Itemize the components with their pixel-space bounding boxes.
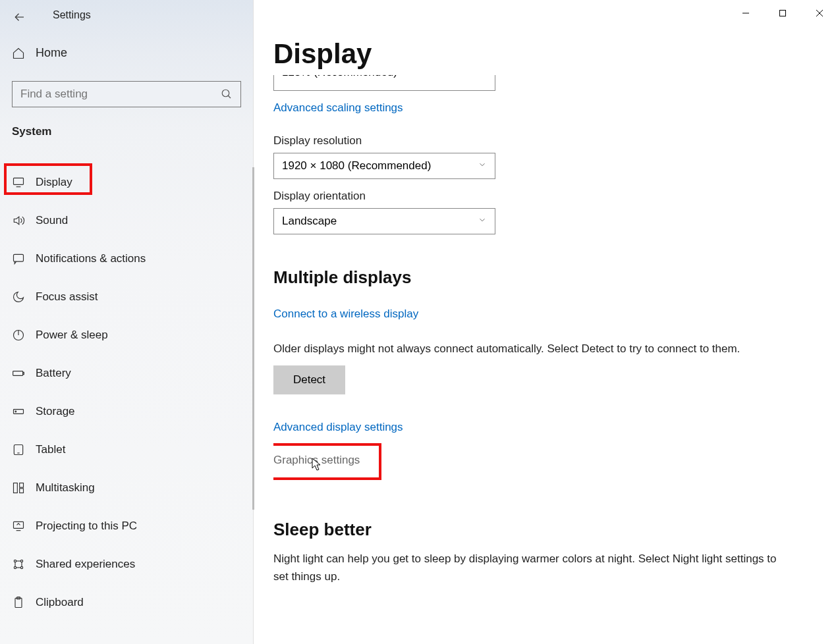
advanced-display-link[interactable]: Advanced display settings (273, 421, 403, 434)
svg-point-22 (14, 560, 16, 562)
sidebar-item-label: Notifications & actions (36, 252, 146, 265)
sidebar-item-projecting-to-this-pc[interactable]: Projecting to this PC (0, 507, 253, 545)
scroll-indicator[interactable] (252, 167, 254, 510)
detect-button[interactable]: Detect (273, 365, 345, 394)
sidebar-item-multitasking[interactable]: Multitasking (0, 469, 253, 507)
advanced-scaling-link[interactable]: Advanced scaling settings (273, 101, 403, 115)
svg-point-23 (20, 560, 22, 562)
svg-rect-7 (14, 178, 24, 184)
category-label: System (12, 125, 51, 138)
sleep-better-heading: Sleep better (273, 520, 814, 540)
sidebar-item-label: Power & sleep (36, 329, 108, 342)
sidebar-item-label: Projecting to this PC (36, 520, 137, 533)
sidebar-item-label: Shared experiences (36, 558, 135, 571)
search-icon (221, 88, 233, 100)
project-icon (12, 520, 25, 533)
chevron-down-icon (478, 159, 487, 173)
sidebar-item-tablet[interactable]: Tablet (0, 431, 253, 469)
clipboard-icon (12, 596, 25, 609)
power-icon (12, 329, 25, 342)
home-icon (12, 47, 25, 60)
sidebar-item-power-sleep[interactable]: Power & sleep (0, 316, 253, 354)
detect-help-text: Older displays might not always connect … (273, 340, 787, 358)
multitask-icon (12, 481, 25, 495)
svg-rect-21 (14, 522, 24, 528)
svg-rect-19 (20, 483, 24, 488)
orientation-dropdown[interactable]: Landscape (273, 208, 495, 234)
svg-point-5 (222, 90, 229, 97)
share-icon (12, 558, 25, 571)
home-nav[interactable]: Home (12, 46, 67, 60)
sidebar-item-focus-assist[interactable]: Focus assist (0, 278, 253, 316)
battery-icon (12, 367, 25, 380)
sidebar-item-label: Clipboard (36, 596, 84, 609)
sidebar-item-clipboard[interactable]: Clipboard (0, 583, 253, 622)
sidebar-item-label: Tablet (36, 443, 65, 456)
speaker-icon (12, 214, 25, 227)
sleep-better-body: Night light can help you get to sleep by… (273, 550, 787, 585)
orientation-value: Landscape (282, 215, 337, 228)
svg-rect-20 (20, 489, 24, 493)
sidebar-item-label: Battery (36, 367, 71, 380)
sidebar-item-display[interactable]: Display (0, 163, 253, 201)
search-input[interactable] (20, 88, 221, 101)
page-title: Display (273, 38, 814, 70)
content-area: Display 125% (Recommended) Advanced scal… (273, 0, 814, 644)
svg-rect-9 (14, 254, 24, 261)
sidebar: Settings Home System DisplaySoundNotific… (0, 0, 254, 644)
svg-point-15 (15, 411, 16, 412)
resolution-dropdown[interactable]: 1920 × 1080 (Recommended) (273, 153, 495, 179)
home-label: Home (36, 46, 67, 60)
sidebar-item-shared-experiences[interactable]: Shared experiences (0, 545, 253, 583)
svg-rect-12 (13, 371, 23, 376)
svg-line-6 (228, 95, 231, 98)
svg-rect-13 (23, 372, 24, 374)
chevron-down-icon (478, 215, 487, 228)
svg-rect-18 (14, 483, 18, 493)
sidebar-item-label: Multitasking (36, 481, 95, 495)
sidebar-item-notifications-actions[interactable]: Notifications & actions (0, 240, 253, 278)
svg-point-24 (14, 566, 16, 568)
chevron-down-icon (478, 75, 487, 79)
connect-wireless-link[interactable]: Connect to a wireless display (273, 308, 418, 321)
svg-point-25 (20, 566, 22, 568)
graphics-settings-link[interactable]: Graphics settings (273, 454, 360, 467)
storage-icon (12, 405, 25, 418)
tablet-icon (12, 443, 25, 456)
scale-value: 125% (Recommended) (282, 75, 397, 79)
moon-icon (12, 290, 25, 304)
sidebar-item-label: Sound (36, 214, 68, 227)
sidebar-item-battery[interactable]: Battery (0, 354, 253, 392)
sidebar-item-storage[interactable]: Storage (0, 392, 253, 431)
monitor-icon (12, 176, 25, 189)
sidebar-item-label: Focus assist (36, 290, 98, 304)
scale-dropdown[interactable]: 125% (Recommended) (273, 75, 495, 91)
resolution-label: Display resolution (273, 134, 814, 148)
search-box[interactable] (12, 81, 241, 107)
chat-icon (12, 252, 25, 265)
back-button[interactable] (12, 9, 28, 25)
app-title: Settings (53, 9, 91, 21)
sidebar-item-sound[interactable]: Sound (0, 201, 253, 240)
multiple-displays-heading: Multiple displays (273, 267, 814, 288)
resolution-value: 1920 × 1080 (Recommended) (282, 159, 431, 173)
orientation-label: Display orientation (273, 190, 814, 203)
sidebar-item-label: Storage (36, 405, 75, 418)
sidebar-item-label: Display (36, 176, 72, 189)
